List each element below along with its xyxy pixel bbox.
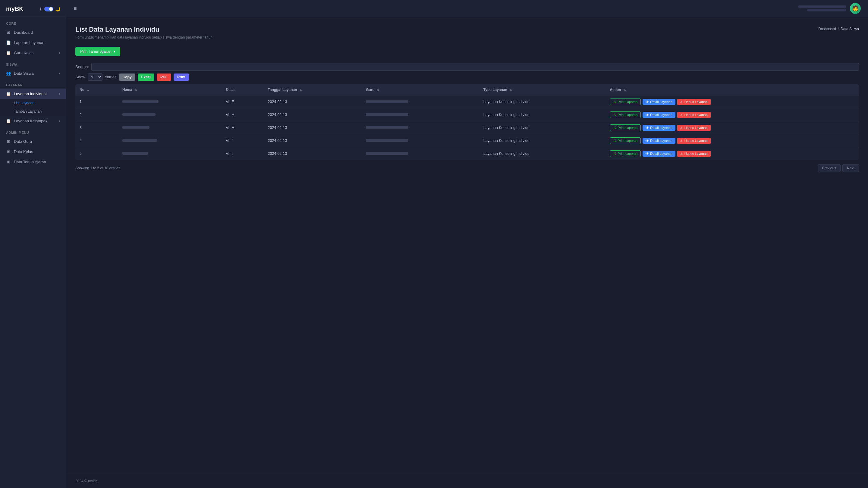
pilih-tahun-button[interactable]: Pilih Tahun Ajaran ▾	[75, 47, 120, 56]
warning-icon: ⚠	[680, 126, 683, 130]
col-type: Type Layanan ⇅	[479, 84, 606, 96]
cell-tanggal: 2024-02-13	[264, 134, 362, 147]
table-header-row: No ▲ Nama ⇅ Kelas Tanggal Layanan ⇅	[75, 84, 859, 96]
cell-type: Layanan Konseling Individu	[479, 96, 606, 108]
sidebar-item-layanan-individual[interactable]: 📋 Layanan Individual ▾	[0, 89, 66, 99]
sidebar-label-laporan: Laporan Layanan	[14, 40, 60, 45]
print-laporan-button-2[interactable]: 🖨 Print Laporan	[610, 111, 641, 118]
cell-type: Layanan Konseling Individu	[479, 121, 606, 134]
table-row: 3VII-H2024-02-13Layanan Konseling Indivi…	[75, 121, 859, 134]
sidebar-item-guru-kelas[interactable]: 📋 Guru Kelas ▾	[0, 47, 66, 58]
cell-no: 2	[75, 108, 118, 121]
pdf-button[interactable]: PDF	[157, 73, 171, 81]
cell-kelas: VII-H	[221, 121, 264, 134]
sidebar-sub-list-layanan[interactable]: List Layanan	[0, 99, 66, 107]
sidebar-item-dashboard[interactable]: ⊞ Dashboard	[0, 27, 66, 37]
sidebar-label-layanan-individual: Layanan Individual	[14, 92, 56, 96]
print-button[interactable]: Print	[174, 73, 189, 81]
cell-action: 🖨 Print Laporan 👁 Detail Layanan ⚠ Hapus…	[606, 134, 859, 147]
detail-layanan-button-1[interactable]: 👁 Detail Layanan	[643, 99, 675, 105]
sidebar-sub-tambah-layanan[interactable]: Tambah Layanan	[0, 107, 66, 116]
chevron-down-icon-layanan: ▾	[59, 92, 60, 96]
cell-type: Layanan Konseling Individu	[479, 147, 606, 160]
col-kelas: Kelas	[221, 84, 264, 96]
file-icon-guru: 📋	[6, 50, 11, 55]
sidebar-logo: myBK ☀ 🌙	[0, 0, 66, 17]
hapus-layanan-button-5[interactable]: ⚠ Hapus Layanan	[677, 151, 711, 157]
hapus-layanan-button-4[interactable]: ⚠ Hapus Layanan	[677, 138, 711, 144]
sub-label-tambah-layanan: Tambah Layanan	[14, 109, 41, 113]
hapus-layanan-button-3[interactable]: ⚠ Hapus Layanan	[677, 125, 711, 131]
theme-toggle-switch[interactable]	[44, 7, 53, 11]
sidebar-item-laporan-layanan[interactable]: 📄 Laporan Layanan	[0, 37, 66, 47]
entries-row: Show 5 10 25 50 entries Copy Excel PDF	[75, 73, 859, 81]
file-icon-laporan: 📄	[6, 40, 11, 45]
cell-kelas: VII-I	[221, 147, 264, 160]
eye-icon: 👁	[646, 100, 649, 104]
breadcrumb-current: Data Siswa	[841, 27, 859, 31]
detail-layanan-button-5[interactable]: 👁 Detail Layanan	[643, 151, 675, 157]
chevron-down-icon-siswa: ▾	[59, 72, 60, 75]
sidebar-item-layanan-kelompok[interactable]: 📋 Layanan Kelompok ▾	[0, 116, 66, 126]
copy-button[interactable]: Copy	[119, 73, 135, 81]
next-button[interactable]: Next	[842, 164, 859, 172]
cell-kelas: VII-I	[221, 134, 264, 147]
pagination-info: Showing 1 to 5 of 18 entries	[75, 166, 120, 170]
print-laporan-button-5[interactable]: 🖨 Print Laporan	[610, 150, 641, 157]
cell-kelas: VII-H	[221, 108, 264, 121]
cell-action: 🖨 Print Laporan 👁 Detail Layanan ⚠ Hapus…	[606, 147, 859, 160]
col-tanggal: Tanggal Layanan ⇅	[264, 84, 362, 96]
warning-icon: ⚠	[680, 152, 683, 156]
sidebar-item-data-kelas[interactable]: ⊞ Data Kelas	[0, 147, 66, 157]
sort-icon-action: ⇅	[623, 88, 626, 92]
avatar[interactable]: 🧑	[850, 3, 861, 14]
detail-layanan-button-4[interactable]: 👁 Detail Layanan	[643, 138, 675, 144]
eye-icon: 👁	[646, 152, 649, 156]
previous-button[interactable]: Previous	[818, 164, 841, 172]
cell-guru	[362, 147, 479, 160]
hamburger-icon[interactable]: ≡	[73, 5, 77, 12]
sub-label-list-layanan: List Layanan	[14, 101, 34, 105]
table-row: 4VII-I2024-02-13Layanan Konseling Indivi…	[75, 134, 859, 147]
print-laporan-button-4[interactable]: 🖨 Print Laporan	[610, 137, 641, 144]
detail-layanan-button-2[interactable]: 👁 Detail Layanan	[643, 112, 675, 118]
sidebar-label-guru-kelas: Guru Kelas	[14, 51, 56, 55]
print-laporan-button-1[interactable]: 🖨 Print Laporan	[610, 98, 641, 105]
sidebar-label-data-guru: Data Guru	[14, 139, 60, 144]
hapus-layanan-button-1[interactable]: ⚠ Hapus Layanan	[677, 99, 711, 105]
entries-select[interactable]: 5 10 25 50	[88, 73, 102, 81]
col-guru: Guru ⇅	[362, 84, 479, 96]
sidebar: myBK ☀ 🌙 Core ⊞ Dashboard 📄 Laporan Laya…	[0, 0, 66, 488]
search-input[interactable]	[91, 63, 859, 71]
grid-icon-tahun: ⊞	[6, 159, 11, 164]
cell-no: 1	[75, 96, 118, 108]
sidebar-item-data-guru[interactable]: ⊞ Data Guru	[0, 136, 66, 147]
grid-icon-guru: ⊞	[6, 139, 11, 144]
print-laporan-button-3[interactable]: 🖨 Print Laporan	[610, 124, 641, 131]
sidebar-item-data-tahun[interactable]: ⊞ Data Tahun Ajaran	[0, 157, 66, 167]
printer-icon: 🖨	[613, 100, 616, 104]
search-label: Search:	[75, 64, 89, 69]
sort-icon-nama: ⇅	[134, 88, 137, 92]
chevron-down-icon: ▾	[59, 51, 60, 55]
cell-tanggal: 2024-02-13	[264, 108, 362, 121]
entries-label: entries	[105, 75, 117, 79]
footer-text: 2024 © myBK	[75, 479, 98, 483]
sidebar-label-layanan-kelompok: Layanan Kelompok	[14, 119, 56, 123]
excel-button[interactable]: Excel	[138, 73, 154, 81]
cell-nama	[118, 96, 221, 108]
hapus-layanan-button-2[interactable]: ⚠ Hapus Layanan	[677, 112, 711, 118]
table-controls: Search: Show 5 10 25 50 entries Copy Exc…	[75, 63, 859, 81]
sidebar-label-data-siswa: Data Siswa	[14, 71, 56, 76]
sidebar-item-data-siswa[interactable]: 👥 Data Siswa ▾	[0, 68, 66, 78]
cell-tanggal: 2024-02-13	[264, 96, 362, 108]
grid-icon-kelas: ⊞	[6, 149, 11, 154]
topbar-bar-1	[798, 5, 846, 8]
detail-layanan-button-3[interactable]: 👁 Detail Layanan	[643, 125, 675, 131]
col-nama: Nama ⇅	[118, 84, 221, 96]
cell-action: 🖨 Print Laporan 👁 Detail Layanan ⚠ Hapus…	[606, 121, 859, 134]
breadcrumb: Dashboard / Data Siswa	[818, 27, 859, 31]
breadcrumb-dashboard[interactable]: Dashboard	[818, 27, 836, 31]
topbar-bar-2	[807, 9, 846, 11]
warning-icon: ⚠	[680, 139, 683, 143]
